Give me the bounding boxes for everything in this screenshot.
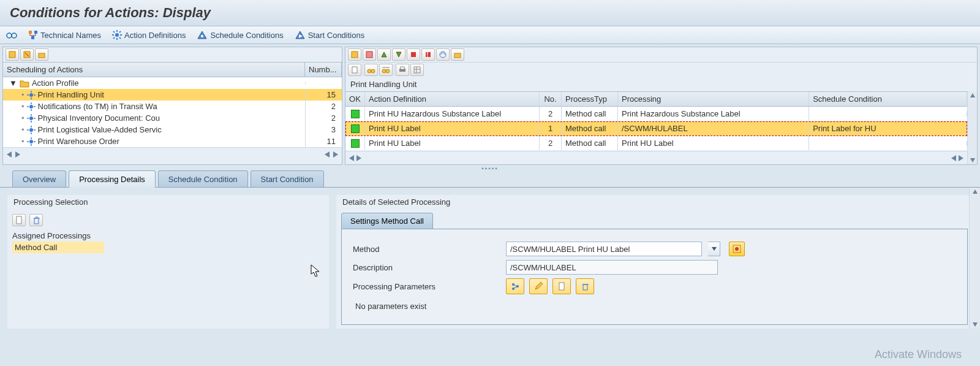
tree-item-count: 2 xyxy=(305,101,342,112)
dropdown-arrow-icon[interactable] xyxy=(708,242,720,256)
tree-item[interactable]: • Print Logistical Value-Added Servic 3 xyxy=(3,124,342,135)
tree-item[interactable]: • Physical Inventory Document: Cou 2 xyxy=(3,112,342,124)
col-sched[interactable]: Schedule Condition xyxy=(809,92,967,106)
param-share-button[interactable] xyxy=(506,278,524,294)
table-settings-icon-button[interactable] xyxy=(410,64,424,76)
scroll-up-icon[interactable] xyxy=(970,93,976,99)
col-proc[interactable]: Processing xyxy=(618,92,809,106)
col-no[interactable]: No. xyxy=(540,92,562,106)
tab-schedule-condition[interactable]: Schedule Condition xyxy=(158,170,248,188)
glasses-icon-button[interactable] xyxy=(6,31,17,39)
scroll-right-icon[interactable] xyxy=(14,151,21,158)
r-tool-a4[interactable] xyxy=(392,48,405,61)
schedule-conditions-label: Schedule Conditions xyxy=(210,31,283,40)
action-definitions-button[interactable]: Action Definitions xyxy=(112,30,186,40)
assigned-processings-label: Assigned Processings xyxy=(12,230,324,242)
method-label: Method xyxy=(353,245,500,254)
hierarchy-icon xyxy=(28,30,38,40)
r-tool-a6[interactable]: ! xyxy=(421,48,435,61)
svg-point-35 xyxy=(29,128,33,132)
col-ptyp[interactable]: ProcessTyp xyxy=(562,92,618,106)
r-tool-a1[interactable] xyxy=(348,48,361,61)
action-row[interactable]: Print HU Label 1 Method call /SCWM/HULAB… xyxy=(345,121,967,136)
title-bar: Conditions for Actions: Display xyxy=(0,0,980,26)
delete-icon-button[interactable] xyxy=(29,214,43,226)
tree-item-label: Print Handling Unit xyxy=(38,90,104,99)
horizontal-splitter[interactable]: ▪▪▪▪▪ xyxy=(0,165,980,170)
scroll-down-icon[interactable] xyxy=(970,157,976,163)
tree-root[interactable]: ▼ Action Profile xyxy=(3,77,342,89)
svg-rect-85 xyxy=(559,283,564,290)
trash-icon xyxy=(581,282,589,291)
scroll-left-icon[interactable] xyxy=(6,151,13,158)
param-delete-button[interactable] xyxy=(576,278,594,294)
r-tool-a7[interactable] xyxy=(436,48,450,61)
description-value: /SCWM/HULABEL xyxy=(510,263,576,272)
svg-rect-57 xyxy=(454,53,461,58)
scroll-down-icon[interactable] xyxy=(972,321,978,327)
description-field: /SCWM/HULABEL xyxy=(506,260,718,275)
r-tool-a2[interactable] xyxy=(363,48,376,61)
right-h-scroll[interactable] xyxy=(345,151,967,164)
svg-point-20 xyxy=(29,93,33,97)
schedule-conditions-button[interactable]: Schedule Conditions xyxy=(197,30,283,40)
svg-line-10 xyxy=(113,31,115,32)
svg-marker-73 xyxy=(970,93,975,97)
param-edit-button[interactable] xyxy=(529,278,548,294)
method-picker-button[interactable] xyxy=(729,242,745,256)
left-scroll[interactable] xyxy=(3,147,342,161)
r-tool-a8[interactable] xyxy=(451,48,464,61)
left-tool-1[interactable] xyxy=(6,48,19,61)
scroll-right-icon-3[interactable] xyxy=(957,154,965,162)
svg-point-30 xyxy=(29,116,33,120)
inner-tab-settings-method-call[interactable]: Settings Method Call xyxy=(341,213,433,229)
method-call-row[interactable]: Method Call xyxy=(12,242,104,253)
technical-names-button[interactable]: Technical Names xyxy=(28,30,101,40)
method-dropdown[interactable]: /SCWM/HULABEL Print HU Label xyxy=(506,242,702,256)
start-conditions-button[interactable]: Start Conditions xyxy=(295,30,365,40)
tree-header-col1: Scheduling of Actions xyxy=(3,63,305,77)
scroll-left-icon[interactable] xyxy=(348,154,355,162)
scroll-up-icon[interactable] xyxy=(972,189,978,195)
r-tool-b1[interactable] xyxy=(348,64,361,76)
r-tool-b3[interactable] xyxy=(379,64,393,76)
svg-rect-65 xyxy=(401,67,404,69)
bullet-icon: • xyxy=(21,137,24,146)
left-icon-strip xyxy=(3,47,342,62)
svg-marker-88 xyxy=(973,189,978,194)
right-v-scroll[interactable] xyxy=(967,91,977,164)
tree-header: Scheduling of Actions Numb... xyxy=(3,62,342,77)
scroll-right-icon[interactable] xyxy=(355,154,363,162)
new-doc-icon-button[interactable] xyxy=(12,214,26,226)
col-def[interactable]: Action Definition xyxy=(365,92,540,106)
tree-item[interactable]: • Notifications (to TM) in Transit Wa 2 xyxy=(3,101,342,112)
left-tool-2[interactable] xyxy=(20,48,34,61)
tab-overview[interactable]: Overview xyxy=(12,170,66,188)
bullet-icon: • xyxy=(21,113,24,123)
tab-processing-details[interactable]: Processing Details xyxy=(69,170,156,188)
scroll-left-icon-2[interactable] xyxy=(323,151,331,158)
svg-marker-89 xyxy=(973,322,978,327)
print-icon-button[interactable] xyxy=(396,64,409,76)
r-tool-a3[interactable] xyxy=(377,48,391,61)
gear-icon xyxy=(27,114,36,123)
r-tool-a5[interactable] xyxy=(407,48,420,61)
param-new-button[interactable] xyxy=(552,278,571,294)
svg-rect-16 xyxy=(9,51,15,58)
tree-item[interactable]: • Print Warehouse Order 11 xyxy=(3,135,342,147)
col-ok[interactable]: OK xyxy=(345,92,365,106)
tree-item-count: 3 xyxy=(305,124,342,135)
tree-item[interactable]: • Print Handling Unit 15 xyxy=(3,89,342,101)
tab-start-condition[interactable]: Start Condition xyxy=(251,170,324,188)
collapse-icon[interactable]: ▼ xyxy=(9,78,17,88)
action-grid-header: OK Action Definition No. ProcessTyp Proc… xyxy=(345,91,967,107)
binoculars-icon-button[interactable] xyxy=(364,64,378,76)
scroll-left-icon-3[interactable] xyxy=(950,154,957,162)
action-row[interactable]: Print HU Hazardous Substance Label 2 Met… xyxy=(345,107,967,121)
scroll-right-icon-2[interactable] xyxy=(332,151,339,158)
binoculars-icon xyxy=(367,66,375,74)
tabcontent-v-scroll[interactable] xyxy=(969,188,980,329)
left-tool-3[interactable] xyxy=(35,48,48,61)
svg-point-1 xyxy=(12,33,17,38)
action-row[interactable]: Print HU Label 2 Method call Print HU La… xyxy=(345,136,967,151)
